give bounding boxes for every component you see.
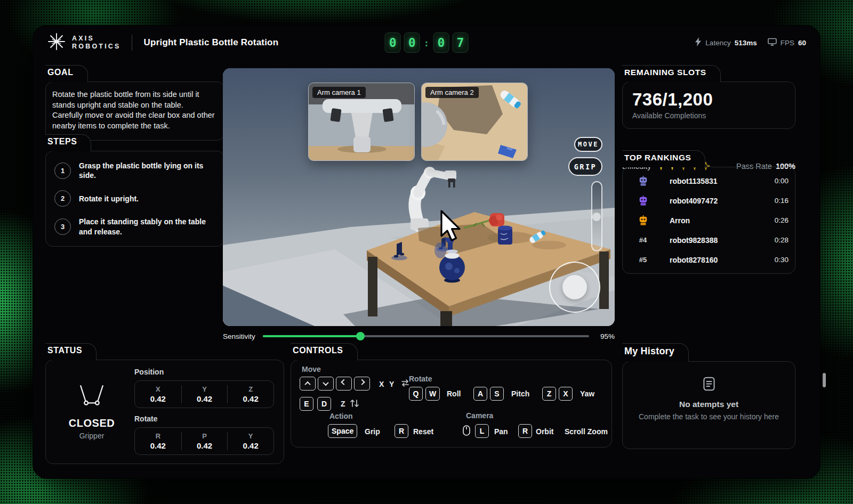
remaining-slots-title: REMAINING SLOTS — [622, 65, 721, 82]
simulation-viewport[interactable]: Arm camera 1 A — [223, 68, 615, 326]
position-x: X0.42 — [135, 385, 181, 403]
step-item: 3 Place it standing stably on the table … — [54, 217, 215, 236]
vertical-slider-knob[interactable] — [592, 213, 601, 221]
slots-subtitle: Available Completions — [632, 111, 785, 120]
reset-label: Reset — [413, 427, 433, 436]
ranking-time: 0:28 — [764, 236, 788, 244]
controls-title: CONTROLS — [291, 343, 358, 360]
ranking-row: Arron 0:26 — [629, 210, 788, 230]
arrow-down-key — [318, 377, 334, 391]
timer-digit: 0 — [385, 32, 401, 53]
step-item: 1 Grasp the plastic bottle lying on its … — [54, 161, 215, 180]
rotate-values: R0.42 P0.42 Y0.42 — [134, 427, 274, 455]
l-key: L — [475, 424, 489, 438]
rotate-label: Rotate — [134, 414, 274, 423]
rotate-r: R0.42 — [135, 432, 181, 450]
robot-avatar-icon — [629, 215, 657, 225]
robot-avatar-icon — [629, 196, 657, 206]
history-document-icon — [703, 377, 715, 393]
timer-digit: 0 — [404, 32, 420, 53]
history-empty-title: No atempts yet — [679, 400, 738, 409]
task-timer: 0 0 : 0 7 — [385, 32, 469, 53]
brand-name: AXIS ROBOTICS — [72, 35, 121, 51]
up-down-arrows-icon — [350, 398, 359, 411]
z-axis-label: Z — [341, 400, 345, 408]
joystick-knob[interactable] — [562, 275, 587, 299]
move-mode-button[interactable]: MOVE — [574, 137, 602, 152]
ranking-position: #4 — [629, 236, 657, 244]
top-rankings-title: TOP RANKINGS — [622, 150, 705, 167]
remaining-slots-box: 736/1,200 Available Completions — [622, 82, 795, 129]
ranking-time: 0:00 — [764, 177, 788, 185]
goal-panel: GOAL Rotate the plastic bottle from its … — [45, 65, 224, 141]
e-key: E — [300, 397, 313, 411]
header-divider — [132, 35, 132, 51]
orbit-label: Orbit — [536, 427, 553, 436]
step-item: 2 Rotate it upright. — [54, 190, 215, 207]
lightning-icon — [695, 37, 702, 48]
pose-values: Position X0.42 Y0.42 Z0.42 — [134, 367, 274, 456]
position-group: Position X0.42 Y0.42 Z0.42 — [134, 368, 274, 408]
steps-list: 1 Grasp the plastic bottle lying on its … — [45, 151, 224, 247]
position-y: Y0.42 — [181, 385, 228, 403]
roll-label: Roll — [447, 389, 461, 398]
step-number: 1 — [54, 162, 71, 179]
position-z: Z0.42 — [227, 385, 273, 403]
ranking-name: robot1135831 — [657, 177, 764, 185]
position-values: X0.42 Y0.42 Z0.42 — [134, 380, 274, 408]
arrow-left-icon — [341, 379, 347, 385]
arm-camera-1-feed: Arm camera 1 — [308, 83, 415, 161]
status-panel: STATUS CLOSED Gripper Position — [45, 343, 284, 464]
virtual-joystick[interactable] — [549, 262, 600, 313]
step-number: 2 — [54, 190, 71, 207]
yaw-label: Yaw — [580, 389, 594, 398]
rotate-y: Y0.42 — [227, 432, 273, 450]
w-key: W — [425, 387, 440, 401]
ranking-row: robot4097472 0:16 — [629, 191, 788, 210]
ranking-time: 0:16 — [764, 197, 788, 205]
controls-box: Move X Y Rotate Q W Roll A S Pitch Z — [291, 360, 612, 448]
grip-mode-button[interactable]: GRIP — [568, 157, 602, 176]
fps-stat: FPS60 — [768, 38, 806, 47]
my-history-title: My History — [622, 343, 689, 362]
move-label: Move — [302, 365, 321, 373]
d-key: D — [317, 397, 331, 411]
ranking-row: robot1135831 0:00 — [629, 171, 788, 191]
action-label: Action — [329, 412, 353, 420]
sensitivity-slider[interactable] — [263, 335, 589, 337]
ranking-time: 0:30 — [764, 256, 788, 264]
top-rankings-panel: TOP RANKINGS robot1135831 0:00 robot4097… — [622, 150, 795, 274]
controls-panel: CONTROLS Move X Y Rotate Q W Roll A S — [291, 343, 612, 448]
step-text: Place it standing stably on the table an… — [79, 217, 215, 236]
sensitivity-knob[interactable] — [356, 332, 365, 340]
arrow-right-icon — [359, 379, 365, 385]
arm-camera-1-label: Arm camera 1 — [312, 87, 366, 98]
goal-title: GOAL — [45, 65, 88, 82]
s-key: S — [490, 387, 504, 401]
timer-digit: 0 — [433, 32, 449, 53]
ranking-name: robot9828388 — [657, 236, 764, 245]
gripper-status: CLOSED Gripper — [49, 367, 134, 456]
screen: AXIS ROBOTICS Upright Plastic Bottle Rot… — [0, 0, 853, 504]
arrow-down-icon — [323, 380, 328, 386]
task-title: Upright Plastic Bottle Rotation — [144, 37, 279, 48]
vertical-slider[interactable] — [591, 181, 602, 251]
ranking-name: robot8278160 — [657, 256, 764, 264]
goal-box: Rotate the plastic bottle from its side … — [45, 82, 224, 141]
ranking-name: robot4097472 — [657, 197, 764, 205]
step-text: Grasp the plastic bottle lying on its si… — [79, 161, 215, 180]
robot-avatar-icon — [629, 176, 657, 186]
monitor-icon — [768, 38, 777, 47]
axis-robotics-logo-icon — [47, 32, 66, 53]
step-number: 3 — [54, 218, 71, 235]
gripper-icon — [74, 383, 109, 412]
mouse-icon — [463, 425, 470, 438]
gripper-label: Gripper — [79, 432, 104, 440]
arm-camera-2-label: Arm camera 2 — [425, 87, 479, 98]
slots-count: 736/1,200 — [632, 90, 785, 110]
x-key: X — [559, 387, 573, 401]
sensitivity-value: 95% — [597, 332, 615, 340]
arrow-up-key — [300, 377, 316, 391]
ranking-time: 0:26 — [764, 216, 788, 224]
q-key: Q — [409, 387, 423, 401]
